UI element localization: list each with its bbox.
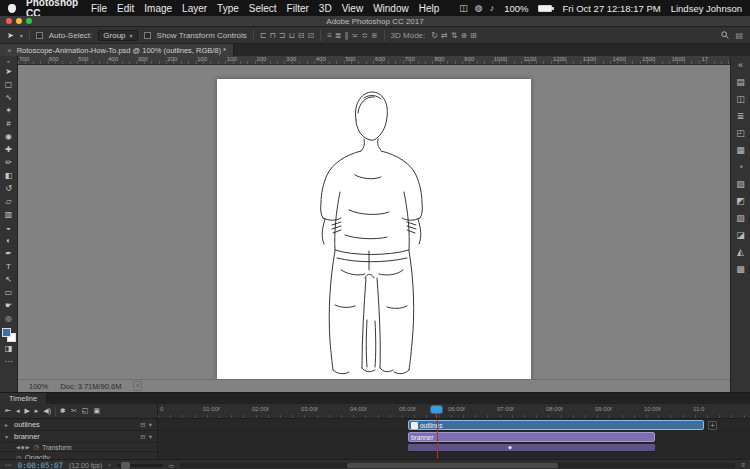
- distribute-bottom-icon[interactable]: ∥: [345, 31, 349, 40]
- search-icon[interactable]: [721, 31, 729, 39]
- document-canvas[interactable]: [217, 79, 531, 379]
- hand-tool[interactable]: ☛: [0, 299, 17, 312]
- sync-status-icon[interactable]: ◍: [475, 3, 483, 13]
- add-media-button[interactable]: +: [708, 421, 717, 430]
- dock-panel-icon-7[interactable]: ▧: [736, 176, 745, 193]
- 3d-scale-icon[interactable]: ⊞: [470, 31, 477, 40]
- screen-mode-icon[interactable]: ⋯: [0, 355, 17, 368]
- shape-tool[interactable]: ▭: [0, 286, 17, 299]
- timeline-settings-button[interactable]: ✱: [60, 407, 66, 415]
- workspace-icon[interactable]: ▤: [735, 31, 743, 40]
- convert-frame-animation-icon[interactable]: ▫▫▫: [5, 462, 12, 468]
- apple-menu-icon[interactable]: [8, 4, 16, 13]
- menu-type[interactable]: Type: [217, 3, 239, 14]
- timeline-zoom-slider[interactable]: [117, 464, 163, 467]
- zoom-out-icon[interactable]: ▫: [108, 462, 110, 468]
- quick-selection-tool[interactable]: ✶: [0, 104, 17, 117]
- collapse-dock-icon[interactable]: «: [738, 57, 743, 74]
- distribute-center-icon[interactable]: ≎: [361, 31, 368, 40]
- timeline-layer-branner[interactable]: ▾ branner ⊟ ▾: [0, 431, 157, 443]
- clone-stamp-tool[interactable]: ◧: [0, 169, 17, 182]
- menu-edit[interactable]: Edit: [117, 3, 134, 14]
- clip-outlines[interactable]: outlines: [408, 420, 704, 430]
- next-frame-button[interactable]: ▸: [35, 407, 39, 415]
- dock-panel-icon-1[interactable]: ▤: [736, 74, 745, 91]
- dock-panel-icon-2[interactable]: ◫: [736, 91, 745, 108]
- horizontal-ruler[interactable]: 7006005004003002001001002003004005006007…: [18, 56, 730, 65]
- 3d-slide-icon[interactable]: ⊕: [460, 31, 467, 40]
- type-tool[interactable]: T: [0, 260, 17, 273]
- brush-tool[interactable]: ✏: [0, 156, 17, 169]
- split-at-playhead-button[interactable]: ✂: [71, 407, 77, 415]
- lasso-tool[interactable]: ∿: [0, 91, 17, 104]
- auto-select-dropdown[interactable]: Group ▾: [98, 30, 137, 41]
- dock-panel-icon-11[interactable]: ◭: [737, 244, 744, 261]
- menu-select[interactable]: Select: [249, 3, 277, 14]
- timeline-track-area[interactable]: outlines + branner ◆: [158, 419, 750, 459]
- dock-panel-icon-3[interactable]: ≣: [737, 108, 745, 125]
- stopwatch-icon[interactable]: ◷: [34, 443, 40, 451]
- dock-panel-icon-4[interactable]: ◰: [736, 125, 745, 142]
- close-tab-icon[interactable]: ×: [7, 46, 12, 55]
- gradient-tool[interactable]: ▥: [0, 208, 17, 221]
- volume-status-icon[interactable]: ♪: [490, 3, 495, 13]
- dock-panel-icon-9[interactable]: ▨: [736, 210, 745, 227]
- timeline-tab[interactable]: Timeline: [0, 393, 47, 404]
- track-menu-icon[interactable]: ▾: [149, 421, 152, 429]
- keyframe-nav-icons[interactable]: ◀◆▶: [16, 444, 31, 450]
- tool-preset-caret-icon[interactable]: ▾: [20, 32, 23, 39]
- dock-panel-icon-8[interactable]: ◩: [736, 193, 745, 210]
- distribute-middle-icon[interactable]: ≣: [335, 31, 342, 40]
- foreground-color-swatch[interactable]: [2, 328, 11, 337]
- align-right-icon[interactable]: ⊐: [279, 31, 286, 40]
- document-tab[interactable]: × Rotoscope-Animation-How-To.psd @ 100% …: [0, 44, 234, 56]
- mute-audio-button[interactable]: ◀): [43, 407, 51, 415]
- move-tool[interactable]: ➤: [0, 65, 17, 78]
- align-top-icon[interactable]: ⊔: [288, 31, 294, 40]
- keyframe-band[interactable]: ◆: [408, 444, 655, 451]
- align-middle-icon[interactable]: ⊟: [298, 31, 305, 40]
- play-button[interactable]: ▶: [24, 407, 29, 415]
- track-style-icon[interactable]: ⊟: [140, 433, 145, 441]
- dock-panel-icon-5[interactable]: ▦: [736, 142, 745, 159]
- status-chevron-icon[interactable]: ›: [133, 381, 141, 391]
- dock-panel-icon-10[interactable]: ◪: [736, 227, 745, 244]
- eraser-tool[interactable]: ▱: [0, 195, 17, 208]
- pen-tool[interactable]: ✒: [0, 247, 17, 260]
- expander-icon[interactable]: ▾: [5, 433, 11, 440]
- transition-button[interactable]: ◱: [82, 407, 89, 415]
- camera-button[interactable]: ▣: [93, 407, 100, 415]
- 3d-drag-icon[interactable]: ⇅: [451, 31, 458, 40]
- timeline-time-ruler[interactable]: 001:00f02:00f03:00f04:00f05:00f06:00f07:…: [158, 404, 750, 418]
- align-bottom-icon[interactable]: ⊡: [307, 31, 314, 40]
- history-brush-tool[interactable]: ↺: [0, 182, 17, 195]
- distribute-top-icon[interactable]: ≡: [327, 31, 332, 40]
- timeline-property-transform[interactable]: ◀◆▶ ◷ Transform: [0, 443, 157, 452]
- panel-options-icon[interactable]: ≡: [741, 462, 745, 468]
- menu-filter[interactable]: Filter: [287, 3, 309, 14]
- expander-icon[interactable]: ▸: [5, 421, 11, 428]
- dodge-tool[interactable]: ◐: [0, 234, 17, 247]
- crop-tool[interactable]: #: [0, 117, 17, 130]
- menu-3d[interactable]: 3D: [319, 3, 332, 14]
- keyframe-diamond[interactable]: ◆: [508, 444, 512, 451]
- previous-frame-button[interactable]: ◂: [16, 407, 20, 415]
- marquee-tool[interactable]: ▢: [0, 78, 17, 91]
- show-transform-checkbox[interactable]: [144, 32, 151, 39]
- clip-branner[interactable]: branner: [408, 432, 655, 442]
- stopwatch-icon[interactable]: ◷: [16, 454, 22, 460]
- align-left-icon[interactable]: ⊏: [260, 31, 267, 40]
- track-style-icon[interactable]: ⊟: [140, 421, 145, 429]
- timeline-scrollbar[interactable]: [180, 463, 735, 468]
- go-to-first-frame-button[interactable]: ⇤: [5, 407, 11, 415]
- dock-panel-icon-12[interactable]: ▩: [736, 261, 745, 278]
- zoom-slider-thumb[interactable]: [121, 462, 130, 469]
- display-status-icon[interactable]: ◫: [459, 3, 468, 13]
- distribute-right-icon[interactable]: ≋: [371, 31, 378, 40]
- distribute-left-icon[interactable]: ≍: [352, 31, 359, 40]
- path-selection-tool[interactable]: ↖: [0, 273, 17, 286]
- menu-bar-clock[interactable]: Fri Oct 27 12:18:17 PM: [562, 3, 660, 14]
- quick-mask-icon[interactable]: ◨: [0, 342, 17, 355]
- 3d-rotate-icon[interactable]: ↻: [431, 31, 438, 40]
- track-menu-icon[interactable]: ▾: [149, 433, 152, 441]
